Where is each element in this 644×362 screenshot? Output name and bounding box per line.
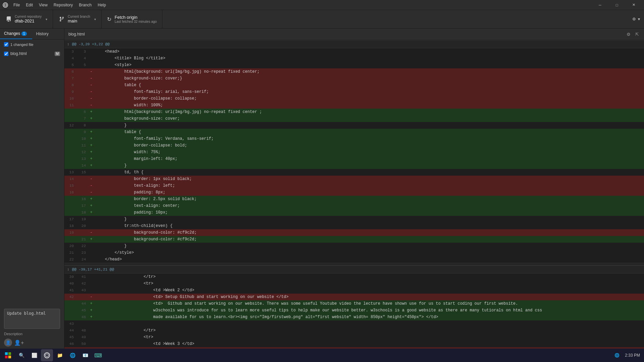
diff-sign: - xyxy=(89,294,94,300)
diff-sign: - xyxy=(89,75,94,82)
diff-row: 46 + made available for us to learn.<br>… xyxy=(64,314,644,320)
diff-sign xyxy=(89,169,94,176)
line-num-old: 42 xyxy=(64,294,76,300)
diff-code: padding: 10px; xyxy=(94,209,644,216)
diff-row: 42 - <td> Setup Github and start working… xyxy=(64,294,644,300)
start-button[interactable] xyxy=(1,349,15,361)
taskbar-browser[interactable]: 🌐 xyxy=(66,349,78,361)
diff-sign: - xyxy=(89,95,94,102)
diff-row: 18 + padding: 10px; xyxy=(64,209,644,216)
line-num-old: 3 xyxy=(64,48,76,55)
diff-row: 46 50 <td >Week 3 </td> xyxy=(64,341,644,347)
taskbar-time: 2:33 PM xyxy=(622,353,643,358)
minimize-button[interactable]: ─ xyxy=(592,0,608,10)
settings-button[interactable]: ⚙ ▾ xyxy=(628,10,644,28)
line-num-old: 10 xyxy=(64,95,76,102)
hunk-expand-btn-1[interactable]: ↕ xyxy=(64,266,72,273)
diff-row: 45 + w3schools was introduce for us to l… xyxy=(64,307,644,314)
diff-code: html{background: url(Img/bg.jpg) no-repe… xyxy=(94,68,644,75)
diff-sign: - xyxy=(89,189,94,196)
line-num-old xyxy=(64,307,76,314)
diff-row: 13 + margin-left: 40px; xyxy=(64,156,644,162)
hunk-info-0: @@ -3,20 +3,22 @@ xyxy=(72,41,110,48)
branch-name: main xyxy=(68,18,90,23)
diff-code: </head> xyxy=(94,256,644,263)
line-num-old xyxy=(64,115,76,122)
current-repository-section[interactable]: Current repository dfab-2021 ▾ xyxy=(0,10,53,28)
fetch-icon: ↻ xyxy=(107,16,111,22)
line-num-new xyxy=(76,95,89,102)
diff-row: 45 49 <tr> xyxy=(64,334,644,341)
diff-code: tr:nth-child(even) { xyxy=(94,223,644,229)
diff-row: 10 - border-collapse: collapse; xyxy=(64,95,644,102)
diff-code: <td >Week 3 </td> xyxy=(94,341,644,347)
menu-view[interactable]: View xyxy=(36,2,50,8)
diff-code: border: 1px solid black; xyxy=(94,176,644,182)
taskbar-github[interactable] xyxy=(41,349,53,361)
diff-code: </style> xyxy=(94,249,644,256)
add-coauthor-icon[interactable]: 👤+ xyxy=(14,340,24,346)
line-num-new: 12 xyxy=(76,149,89,156)
taskbar-file-explorer[interactable]: 📁 xyxy=(54,349,66,361)
line-num-old: 16 xyxy=(64,189,76,196)
line-num-new: 3 xyxy=(76,48,89,55)
line-num-old xyxy=(64,162,76,169)
diff-code: <td> Github and start working on our web… xyxy=(94,300,644,307)
diff-sign: + xyxy=(89,149,94,156)
line-num-old: 17 xyxy=(64,216,76,223)
tab-changes[interactable]: Changes 1 xyxy=(0,28,32,39)
hunk-expand-btn-0[interactable]: ↕ xyxy=(64,41,72,48)
diff-code: font-family: arial, sans-serif; xyxy=(94,88,644,95)
close-button[interactable]: ✕ xyxy=(626,0,641,10)
line-num-old: 19 xyxy=(64,229,76,236)
line-num-new: 5 xyxy=(76,62,89,68)
file-item-blog[interactable]: blog.html M xyxy=(0,49,64,58)
line-num-old: 15 xyxy=(64,182,76,189)
current-branch-section[interactable]: Current branch main ▾ xyxy=(53,10,102,28)
line-num-old xyxy=(64,149,76,156)
taskbar-taskview[interactable]: ⬜ xyxy=(28,349,40,361)
menu-edit[interactable]: Edit xyxy=(23,2,36,8)
maximize-button[interactable]: □ xyxy=(609,0,625,10)
line-num-old: 43 xyxy=(64,320,76,327)
changed-file-count: 1 changed file xyxy=(10,43,34,47)
file-checkbox[interactable] xyxy=(4,52,8,56)
menu-repository[interactable]: Repository xyxy=(51,2,75,8)
repo-name: dfab-2021 xyxy=(15,18,42,23)
diff-code: table { xyxy=(94,82,644,88)
diff-row: 7 - background-size: cover;} xyxy=(64,75,644,82)
hunk-header-1: ↕ @@ -39,17 +41,21 @@ xyxy=(64,265,644,274)
diff-settings-icon[interactable]: ⚙ xyxy=(626,31,632,38)
user-avatar: 👤 xyxy=(4,339,12,347)
taskbar-vscode[interactable]: ⌨ xyxy=(92,349,104,361)
diff-sign xyxy=(89,327,94,334)
fetch-text: Fetch origin Last fetched 32 minutes ago xyxy=(115,15,157,23)
menu-branch[interactable]: Branch xyxy=(76,2,94,8)
tab-history[interactable]: History xyxy=(32,28,64,39)
diff-row: 4 4 <title> Blog </title> xyxy=(64,55,644,62)
diff-row: 14 - border: 1px solid black; xyxy=(64,176,644,182)
fetch-origin-section[interactable]: ↻ Fetch origin Last fetched 32 minutes a… xyxy=(102,10,163,28)
diff-sign xyxy=(89,334,94,341)
line-num-new: 42 xyxy=(76,280,89,287)
diff-expand-icon[interactable]: ⇱ xyxy=(634,31,640,38)
taskbar-mail[interactable]: 📧 xyxy=(79,349,91,361)
diff-code: border-collapse: bold; xyxy=(94,142,644,149)
diff-sign xyxy=(89,223,94,229)
menu-help[interactable]: Help xyxy=(95,2,109,8)
line-num-old xyxy=(64,142,76,149)
line-num-new xyxy=(76,88,89,95)
diff-row: 10 + font-family: Verdana, sans-serif; xyxy=(64,135,644,142)
commit-message-input[interactable] xyxy=(4,309,60,329)
line-num-new: 10 xyxy=(76,135,89,142)
taskbar-search[interactable]: 🔍 xyxy=(15,349,28,361)
diff-code: made available for us to learn.<br><img … xyxy=(94,314,644,320)
diff-code: width: 100%; xyxy=(94,102,644,109)
diff-code: <head> xyxy=(94,48,644,55)
diff-header: blog.html ⚙ ⇱ xyxy=(64,28,644,40)
line-num-new: 7 xyxy=(76,115,89,122)
select-all-checkbox[interactable] xyxy=(4,42,8,47)
diff-row: 18 20 tr:nth-child(even) { xyxy=(64,223,644,229)
line-num-old xyxy=(64,209,76,216)
menu-file[interactable]: File xyxy=(11,2,22,8)
